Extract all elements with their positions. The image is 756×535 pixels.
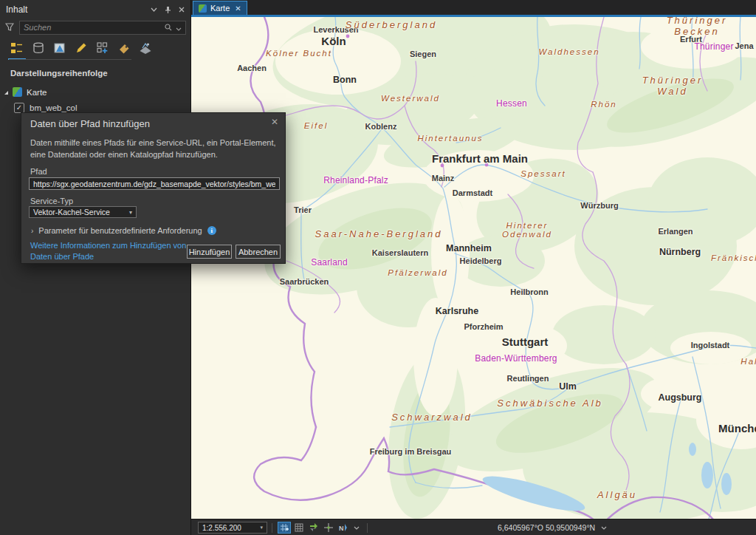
basemap-art [190, 17, 756, 519]
add-data-dialog: Daten über Pfad hinzufügen ✕ Daten mithi… [21, 112, 286, 264]
search-options-chevron-icon[interactable] [176, 21, 182, 34]
dialog-close-icon[interactable]: ✕ [271, 117, 278, 127]
map-view-area: Karte ✕ [190, 0, 756, 535]
contents-toolbar [0, 35, 190, 60]
scale-value: 1:2.556.200 [202, 524, 241, 532]
dialog-description: Daten mithilfe eines Pfads für eine Serv… [30, 137, 277, 161]
tab-label: Karte [210, 4, 230, 13]
statusbar-divider-2 [367, 523, 368, 533]
map-tab-icon [199, 4, 207, 13]
flip-view-icon[interactable] [307, 522, 320, 534]
layer-item-label: bm_web_col [30, 103, 78, 112]
list-by-selection-icon[interactable] [52, 41, 67, 55]
tree-item-karte[interactable]: Karte [0, 84, 190, 100]
search-placeholder: Suchen [24, 23, 165, 32]
layer-tree: Karte ✓ bm_web_col [0, 84, 190, 115]
layer-checkbox[interactable]: ✓ [14, 103, 24, 113]
map-icon [13, 87, 22, 97]
select-chevron-icon: ▾ [129, 209, 132, 216]
map-viewport[interactable]: LeverkusenSüderberglandKölnKölner BuchtA… [190, 15, 756, 519]
coordinates-value: 6,6405967°O 50,9500949°N [498, 523, 595, 532]
tree-expand-icon[interactable] [2, 89, 10, 96]
custom-request-expander[interactable]: › Parameter für benutzerdefinierte Anfor… [31, 226, 216, 235]
statusbar-more-chevron-icon[interactable] [354, 524, 360, 531]
service-type-select[interactable]: Vektor-Kachel-Service ▾ [29, 206, 137, 218]
tab-karte[interactable]: Karte ✕ [193, 1, 247, 16]
chevron-down-icon[interactable] [151, 7, 157, 12]
raster-grid-icon[interactable] [292, 522, 306, 534]
list-by-data-source-icon[interactable] [30, 41, 46, 55]
service-type-value: Vektor-Kachel-Service [33, 208, 110, 217]
scale-combobox[interactable]: 1:2.556.200 ▾ [198, 522, 267, 534]
contents-panel-title: Inhalt [6, 4, 27, 15]
north-arrow-icon[interactable]: N [337, 522, 350, 534]
add-button[interactable]: Hinzufügen [187, 245, 232, 259]
pin-icon[interactable] [165, 6, 171, 13]
coordinates-display[interactable]: 6,6405967°O 50,9500949°N [498, 519, 607, 535]
expander-label: Parameter für benutzerdefinierte Anforde… [38, 226, 202, 235]
search-input[interactable]: Suchen [19, 21, 186, 35]
scale-chevron-icon: ▾ [260, 525, 263, 531]
expander-chevron-icon: › [31, 227, 33, 235]
list-by-editing-icon[interactable] [73, 41, 89, 55]
list-by-perspective-icon[interactable] [137, 41, 153, 55]
dialog-title: Daten über Pfad hinzufügen [30, 118, 150, 129]
list-by-drawing-order-icon[interactable] [9, 41, 24, 55]
filter-icon[interactable] [5, 21, 14, 34]
search-row: Suchen [0, 18, 190, 35]
statusbar-divider [272, 523, 272, 533]
service-type-label: Service-Typ [30, 197, 73, 205]
drawing-order-section-label: Darstellungsreihenfolge [0, 60, 190, 78]
arcgis-pro-window: Inhalt Suchen [0, 0, 756, 535]
path-input[interactable] [29, 177, 280, 190]
crosshair-icon[interactable] [322, 522, 335, 534]
tab-close-icon[interactable]: ✕ [235, 4, 241, 13]
svg-text:N: N [339, 525, 344, 532]
more-info-link[interactable]: Weitere Informationen zum Hinzufügen von… [30, 240, 199, 262]
list-by-labeling-icon[interactable] [116, 41, 131, 55]
toolbar-divider [9, 59, 131, 60]
map-status-bar: 1:2.556.200 ▾ N 6,6 [190, 519, 756, 535]
view-tab-bar: Karte ✕ [190, 0, 756, 15]
coordinates-chevron-icon [601, 524, 607, 531]
grid-toggle-icon[interactable] [278, 522, 291, 534]
contents-panel: Inhalt Suchen [0, 0, 191, 535]
path-field-label: Pfad [30, 167, 47, 176]
info-icon[interactable]: i [207, 226, 216, 235]
search-icon[interactable] [165, 21, 172, 34]
contents-panel-header: Inhalt [0, 0, 190, 18]
cancel-button[interactable]: Abbrechen [236, 245, 281, 259]
close-icon[interactable] [179, 7, 185, 13]
list-by-snapping-icon[interactable] [94, 41, 110, 55]
map-item-label: Karte [27, 88, 47, 97]
